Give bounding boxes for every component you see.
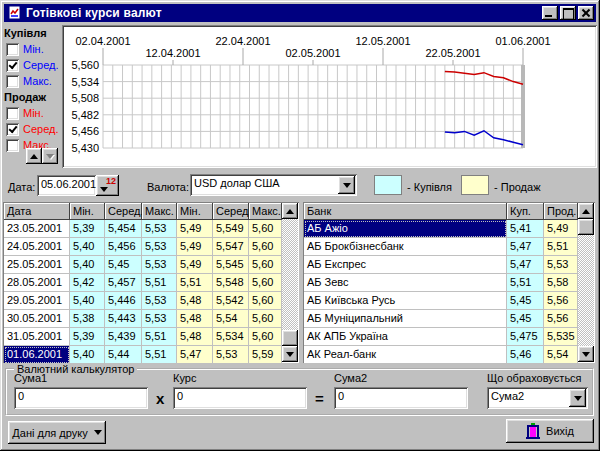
banks-cell[interactable]: 5,47 [507,256,544,274]
scroll-up-button[interactable] [26,148,42,164]
rates-column-header[interactable]: Макс. [249,203,282,220]
combo-arrow-button[interactable] [569,389,586,407]
rates-column-header[interactable]: Мін. [177,203,213,220]
rates-cell[interactable]: 5,443 [105,310,142,328]
print-data-button[interactable]: Дані для друку [8,421,106,444]
rate-input[interactable]: 0 [173,387,307,409]
table-row[interactable]: 23.05.20015,395,4545,535,495,5495,60 [4,220,298,238]
rates-cell[interactable]: 5,60 [249,274,282,292]
table-row[interactable]: АБ Київська Русь5,455,56 [304,292,594,310]
rates-cell[interactable]: 5,40 [70,346,105,364]
banks-cell[interactable]: 5,41 [507,220,544,238]
rates-cell[interactable]: 23.05.2001 [4,220,70,238]
table-row[interactable]: АК АПБ Україна5,4755,535 [304,328,594,346]
rates-cell[interactable]: 5,49 [177,256,213,274]
banks-cell[interactable]: 5,475 [507,328,544,346]
rates-cell[interactable]: 5,549 [213,220,249,238]
close-button[interactable] [578,6,594,20]
rates-cell[interactable]: 5,60 [249,310,282,328]
rates-cell[interactable]: 5,47 [177,346,213,364]
rates-cell[interactable]: 5,40 [70,238,105,256]
banks-column-header[interactable]: Банк [304,203,507,220]
table-row[interactable]: 28.05.20015,425,4575,515,515,5485,60 [4,274,298,292]
banks-scrollbar[interactable] [578,203,594,362]
rates-cell[interactable]: 25.05.2001 [4,256,70,274]
banks-cell[interactable]: АК Реал-банк [304,346,507,364]
rates-cell[interactable]: 5,49 [177,238,213,256]
rates-cell[interactable]: 5,60 [249,256,282,274]
rates-cell[interactable]: 5,454 [105,220,142,238]
banks-cell[interactable]: АБ Київська Русь [304,292,507,310]
banks-cell[interactable]: 5,47 [507,238,544,256]
banks-column-header[interactable]: Прод. [544,203,578,220]
rates-cell[interactable]: 5,53 [142,310,177,328]
rates-column-header[interactable]: Серед. [213,203,249,220]
checkbox-sell-min[interactable]: Мін. [6,106,44,120]
banks-cell[interactable]: 5,45 [507,292,544,310]
rates-cell[interactable]: 5,51 [142,274,177,292]
rates-cell[interactable]: 5,545 [213,256,249,274]
checkbox-indicator[interactable] [6,59,19,72]
table-row[interactable]: 29.05.20015,405,4465,535,485,5425,60 [4,292,298,310]
banks-cell[interactable]: 5,56 [544,310,578,328]
rates-cell[interactable]: 5,39 [70,328,105,346]
calendar-button[interactable]: 12 [96,175,119,196]
banks-cell[interactable]: АБ Зевс [304,274,507,292]
rates-cell[interactable]: 5,547 [213,238,249,256]
rates-cell[interactable]: 5,53 [142,292,177,310]
rates-cell[interactable]: 5,38 [70,310,105,328]
rates-cell[interactable]: 31.05.2001 [4,328,70,346]
checkbox-indicator[interactable] [6,107,19,120]
rates-cell[interactable]: 5,60 [249,292,282,310]
currency-select[interactable]: USD долар США [190,174,357,196]
exit-button[interactable]: Вихід [506,419,594,443]
rates-cell[interactable]: 5,48 [177,328,213,346]
sum1-input[interactable]: 0 [14,387,148,409]
table-row[interactable]: АБ Муніципальний5,455,56 [304,310,594,328]
rates-cell[interactable]: 5,446 [105,292,142,310]
rates-cell[interactable]: 5,54 [213,310,249,328]
table-row[interactable]: АБ Зевс5,515,58 [304,274,594,292]
rates-cell[interactable]: 5,40 [70,256,105,274]
rates-cell[interactable]: 5,49 [177,220,213,238]
rates-cell[interactable]: 5,53 [142,256,177,274]
rates-cell[interactable]: 5,542 [213,292,249,310]
maximize-button[interactable] [560,6,576,20]
table-row[interactable]: АБ Брокбізнесбанк5,475,51 [304,238,594,256]
rates-cell[interactable]: 24.05.2001 [4,238,70,256]
banks-cell[interactable]: 5,54 [544,346,578,364]
scrollbar-down-button[interactable] [282,346,298,362]
banks-column-header[interactable]: Куп. [507,203,544,220]
rates-cell[interactable]: 5,439 [105,328,142,346]
table-row[interactable]: АБ Експрес5,475,53 [304,256,594,274]
checkbox-sell-avg[interactable]: Серед. [6,122,59,136]
banks-cell[interactable]: АБ Брокбізнесбанк [304,238,507,256]
rates-cell[interactable]: 5,60 [249,328,282,346]
rates-column-header[interactable]: Макс. [142,203,177,220]
rates-cell[interactable]: 5,548 [213,274,249,292]
sum2-input[interactable]: 0 [334,387,468,409]
banks-cell[interactable]: 5,51 [544,238,578,256]
rates-cell[interactable]: 5,456 [105,238,142,256]
banks-cell[interactable]: 5,53 [544,256,578,274]
rates-column-header[interactable]: Дата [4,203,70,220]
calc-mode-select[interactable]: Сума2 [487,387,588,409]
banks-cell[interactable]: 5,45 [507,310,544,328]
table-row[interactable]: 25.05.20015,405,455,535,495,5455,60 [4,256,298,274]
banks-cell[interactable]: 5,56 [544,292,578,310]
rates-cell[interactable]: 5,51 [142,328,177,346]
rates-column-header[interactable]: Серед. [105,203,142,220]
checkbox-buy-min[interactable]: Мін. [6,42,44,56]
checkbox-indicator[interactable] [6,139,19,152]
rates-cell[interactable]: 5,53 [142,238,177,256]
minimize-button[interactable] [542,6,558,20]
table-row[interactable]: 01.06.20015,405,445,515,475,535,59 [4,346,298,364]
rates-cell[interactable]: 29.05.2001 [4,292,70,310]
combo-arrow-button[interactable] [338,176,355,194]
checkbox-indicator[interactable] [6,75,19,88]
banks-cell[interactable]: 5,46 [507,346,544,364]
rates-cell[interactable]: 28.05.2001 [4,274,70,292]
banks-cell[interactable]: АБ Експрес [304,256,507,274]
rates-cell[interactable]: 5,39 [70,220,105,238]
rates-cell[interactable]: 5,51 [142,346,177,364]
